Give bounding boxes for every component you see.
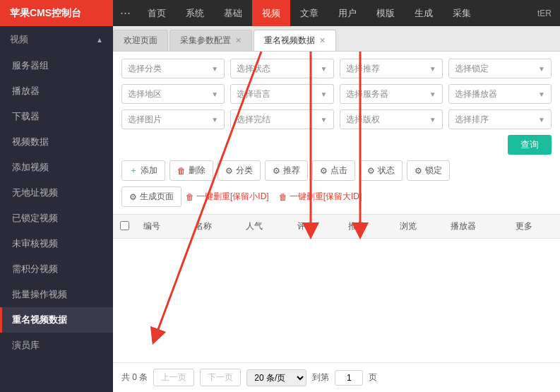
sidebar-item-batch-video[interactable]: 批量操作视频: [0, 282, 113, 307]
gear-icon-generate: ⚙: [129, 192, 137, 202]
select-player[interactable]: 选择播放器 ▼: [448, 84, 552, 104]
select-region-arrow: ▼: [211, 90, 218, 98]
sidebar-item-locked-video[interactable]: 已锁定视频: [0, 206, 113, 231]
select-category-label: 选择分类: [128, 63, 162, 75]
tab-duplicate-video-close[interactable]: ✕: [319, 36, 326, 45]
select-region-label: 选择地区: [128, 88, 162, 100]
select-server-arrow: ▼: [429, 90, 436, 98]
select-image[interactable]: 选择图片 ▼: [121, 109, 225, 129]
select-recommend-arrow: ▼: [429, 65, 436, 73]
add-button[interactable]: ＋ 添加: [121, 160, 165, 181]
select-status-arrow: ▼: [321, 65, 328, 73]
col-checkbox: [113, 215, 136, 239]
select-image-label: 选择图片: [128, 114, 162, 126]
gear-icon-category: ⚙: [225, 166, 233, 176]
trash-icon-small: 🗑: [186, 192, 194, 202]
tab-collect-config-label: 采集参数配置: [180, 35, 231, 47]
sidebar-item-player[interactable]: 播放器: [0, 78, 113, 104]
nav-home[interactable]: 首页: [138, 0, 176, 26]
col-popularity: 人气: [239, 215, 290, 239]
recommend-button[interactable]: ⚙ 推荐: [265, 160, 308, 181]
select-lock-label: 选择锁定: [455, 63, 489, 75]
add-label: 添加: [141, 165, 157, 177]
sidebar-item-actor-lib[interactable]: 演员库: [0, 333, 113, 358]
select-server[interactable]: 选择服务器 ▼: [340, 84, 443, 104]
tab-collect-config-close[interactable]: ✕: [235, 36, 242, 45]
nav-basic[interactable]: 基础: [214, 0, 252, 26]
select-language-label: 选择语言: [237, 88, 270, 100]
select-category[interactable]: 选择分类 ▼: [121, 59, 225, 78]
delete-button[interactable]: 🗑 删除: [169, 160, 213, 181]
sidebar-item-video-data[interactable]: 视频数据: [0, 129, 113, 155]
select-status-label: 选择状态: [237, 63, 270, 75]
nav-template[interactable]: 模版: [367, 0, 405, 26]
category-button[interactable]: ⚙ 分类: [218, 160, 261, 181]
sidebar-item-no-address-video[interactable]: 无地址视频: [0, 180, 113, 206]
page-number-input[interactable]: [335, 370, 363, 386]
sidebar: 视频 ▲ 服务器组 播放器 下载器 视频数据 添加视频 无地址视频 已锁定视频 …: [0, 26, 113, 392]
select-category-arrow: ▼: [211, 65, 218, 73]
filter-row-3: 选择图片 ▼ 选择完结 ▼ 选择版权 ▼ 选择排序 ▼: [121, 109, 552, 129]
select-sort-arrow: ▼: [538, 116, 545, 124]
delete-keep-large-button[interactable]: 🗑 一键删重[保留大ID]: [279, 191, 362, 203]
click-button[interactable]: ⚙ 点击: [312, 160, 355, 181]
table-header-row: 编号 名称 人气 评分 推荐 浏览 播放器 更多: [113, 215, 560, 239]
recommend-label: 推荐: [283, 165, 300, 177]
select-copyright-arrow: ▼: [429, 116, 436, 124]
nav-user[interactable]: 用户: [328, 0, 367, 26]
nav-article[interactable]: 文章: [290, 0, 328, 26]
delete-keep-small-button[interactable]: 🗑 一键删重[保留小ID]: [186, 191, 269, 203]
lock-button[interactable]: ⚙ 锁定: [407, 160, 450, 181]
sidebar-section-video[interactable]: 视频 ▲: [0, 26, 113, 53]
query-button[interactable]: 查询: [508, 135, 552, 155]
select-status[interactable]: 选择状态 ▼: [230, 59, 333, 78]
prev-page-button[interactable]: 上一页: [153, 369, 194, 386]
select-lock[interactable]: 选择锁定 ▼: [448, 59, 552, 78]
data-table: 编号 名称 人气 评分 推荐 浏览 播放器 更多: [113, 215, 560, 239]
select-recommend[interactable]: 选择推荐 ▼: [340, 59, 443, 78]
select-finish-label: 选择完结: [237, 114, 270, 126]
generate-page-button[interactable]: ⚙ 生成页面: [121, 186, 181, 207]
sidebar-item-duplicate-video[interactable]: 重名视频数据: [0, 307, 113, 333]
tab-collect-config[interactable]: 采集参数配置 ✕: [169, 30, 252, 51]
generate-page-label: 生成页面: [140, 191, 174, 203]
next-page-button[interactable]: 下一页: [200, 369, 241, 386]
sidebar-item-paid-video[interactable]: 需积分视频: [0, 256, 113, 282]
tab-welcome[interactable]: 欢迎页面: [113, 30, 168, 51]
status-label: 状态: [378, 165, 395, 177]
status-button[interactable]: ⚙ 状态: [359, 160, 403, 181]
sidebar-item-unreviewed-video[interactable]: 未审核视频: [0, 231, 113, 256]
tab-bar: 欢迎页面 采集参数配置 ✕ 重名视频数据 ✕: [113, 26, 560, 52]
select-server-label: 选择服务器: [346, 88, 388, 100]
select-sort[interactable]: 选择排序 ▼: [448, 109, 552, 129]
nav-collect[interactable]: 采集: [443, 0, 481, 26]
gear-icon-click: ⚙: [320, 166, 328, 176]
select-region[interactable]: 选择地区 ▼: [121, 84, 225, 104]
delete-keep-small-label: 一键删重[保留小ID]: [196, 191, 269, 203]
select-recommend-label: 选择推荐: [346, 63, 380, 75]
sidebar-item-downloader[interactable]: 下载器: [0, 104, 113, 129]
main-layout: 视频 ▲ 服务器组 播放器 下载器 视频数据 添加视频 无地址视频 已锁定视频 …: [0, 26, 560, 392]
select-copyright[interactable]: 选择版权 ▼: [340, 109, 443, 129]
sidebar-item-server-group[interactable]: 服务器组: [0, 53, 113, 78]
nav-dots[interactable]: ···: [113, 6, 138, 20]
gear-icon-recommend: ⚙: [273, 166, 280, 176]
select-language[interactable]: 选择语言 ▼: [230, 84, 333, 104]
nav-system[interactable]: 系统: [176, 0, 214, 26]
select-finish[interactable]: 选择完结 ▼: [230, 109, 333, 129]
sidebar-item-add-video[interactable]: 添加视频: [0, 155, 113, 180]
content: 欢迎页面 采集参数配置 ✕ 重名视频数据 ✕ 选择分类 ▼: [113, 26, 560, 392]
nav-generate[interactable]: 生成: [405, 0, 443, 26]
nav-video[interactable]: 视频: [252, 0, 290, 26]
nav-items: 首页 系统 基础 视频 文章 用户 模版 生成 采集: [138, 0, 481, 26]
col-id: 编号: [136, 215, 188, 239]
tab-duplicate-video[interactable]: 重名视频数据 ✕: [254, 30, 336, 51]
per-page-select[interactable]: 20 条/页 50 条/页 100 条/页: [246, 369, 306, 386]
plus-icon: ＋: [129, 165, 138, 177]
total-count: 共 0 条: [121, 372, 148, 384]
select-player-label: 选择播放器: [455, 88, 497, 100]
select-finish-arrow: ▼: [321, 116, 328, 124]
select-all-checkbox[interactable]: [120, 221, 129, 230]
sidebar-collapse-arrow: ▲: [96, 36, 103, 44]
action-row-2: ⚙ 生成页面 🗑 一键删重[保留小ID] 🗑 一键删重[保留大ID]: [121, 186, 552, 207]
